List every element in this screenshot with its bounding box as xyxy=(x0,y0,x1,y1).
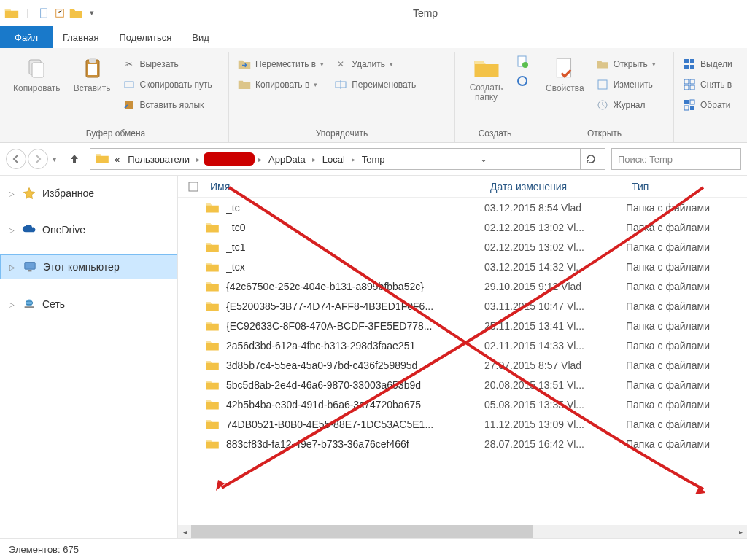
header-date[interactable]: Дата изменения xyxy=(484,181,626,192)
table-row[interactable]: {42c6750e-252c-404e-b131-a899bfbba52c}29… xyxy=(178,276,747,296)
back-button[interactable] xyxy=(6,149,26,169)
file-date: 11.12.2015 13:09 Vl... xyxy=(484,419,626,430)
invert-label: Обрати xyxy=(700,100,731,110)
search-input[interactable]: Поиск: Temp xyxy=(611,148,741,170)
file-type: Папка с файлами xyxy=(626,241,747,253)
new-item-icon[interactable] xyxy=(516,54,529,70)
table-row[interactable]: _tc102.12.2015 13:02 Vl...Папка с файлам… xyxy=(178,237,747,257)
breadcrumb[interactable]: « Пользователи ▸ ▸ AppData ▸ Local ▸ Tem… xyxy=(90,148,605,170)
scroll-right-icon[interactable]: ▸ xyxy=(734,525,747,538)
rename-button[interactable]: Переименовать xyxy=(331,76,419,93)
open-button[interactable]: Открыть ▾ xyxy=(593,55,659,73)
organize-group-label: Упорядочить xyxy=(235,126,449,142)
delete-button[interactable]: ✕ Удалить ▾ xyxy=(331,55,419,73)
svg-rect-27 xyxy=(690,100,694,104)
new-group-label: Создать xyxy=(461,126,529,142)
tab-home[interactable]: Главная xyxy=(53,26,109,48)
table-row[interactable]: 3d85b7c4-55ea-45a0-97bd-c436f259895d27.0… xyxy=(178,355,747,375)
easy-access-icon[interactable] xyxy=(516,73,529,89)
move-to-label: Переместить в xyxy=(255,59,316,69)
copy-button[interactable]: Копировать xyxy=(9,52,65,126)
forward-button[interactable] xyxy=(28,149,48,169)
bc-root[interactable]: « xyxy=(112,152,123,166)
chevron-right-icon: ▸ xyxy=(195,155,201,163)
folder-icon xyxy=(204,397,220,412)
up-button[interactable] xyxy=(65,149,84,168)
sidebar-item-label: OneDrive xyxy=(42,224,85,236)
chevron-down-icon: ▾ xyxy=(652,61,656,68)
svg-rect-34 xyxy=(189,182,198,191)
paste-icon xyxy=(79,55,105,82)
table-row[interactable]: 42b5b4ba-e30d-491d-b6a6-3c74720ba67505.0… xyxy=(178,394,747,414)
table-row[interactable]: 2a56d3bd-612a-4fbc-b313-298d3faae25102.1… xyxy=(178,335,747,355)
paste-button[interactable]: Вставить xyxy=(69,52,115,126)
refresh-button[interactable] xyxy=(580,149,600,169)
table-row[interactable]: 883cf83d-fa12-49e7-b733-36a76cef466f28.0… xyxy=(178,434,747,454)
svg-point-31 xyxy=(26,300,33,307)
cut-label: Вырезать xyxy=(140,59,179,69)
move-to-button[interactable]: Переместить в ▾ xyxy=(235,55,327,73)
recent-dropdown-icon[interactable]: ▾ xyxy=(50,155,59,163)
folder-quick-icon[interactable] xyxy=(69,6,83,20)
sidebar-item-this-pc[interactable]: ▷ Этот компьютер xyxy=(0,254,177,279)
svg-rect-17 xyxy=(684,59,689,63)
table-row[interactable]: 74DB0521-B0B0-4E55-88E7-1DC53AC5E1...11.… xyxy=(178,414,747,434)
horizontal-scrollbar[interactable]: ◂ ▸ xyxy=(178,525,747,538)
new-doc-icon[interactable] xyxy=(36,6,51,20)
svg-rect-26 xyxy=(690,106,694,110)
svg-point-12 xyxy=(522,62,528,68)
edit-button[interactable]: Изменить xyxy=(593,76,659,93)
svg-rect-15 xyxy=(598,80,607,89)
edit-icon xyxy=(596,78,609,91)
select-all-button[interactable]: Выдели xyxy=(680,55,735,73)
properties-quick-icon[interactable] xyxy=(53,6,67,20)
copy-to-button[interactable]: Копировать в ▾ xyxy=(235,76,327,93)
bc-users[interactable]: Пользователи xyxy=(125,152,193,166)
select-group-label xyxy=(680,136,738,142)
file-type: Папка с файлами xyxy=(626,320,747,332)
tab-file[interactable]: Файл xyxy=(0,26,53,48)
invert-selection-button[interactable]: Обрати xyxy=(680,96,735,114)
clipboard-group-label: Буфер обмена xyxy=(9,126,222,142)
bc-local[interactable]: Local xyxy=(320,152,348,166)
tab-view[interactable]: Вид xyxy=(182,26,220,48)
svg-rect-7 xyxy=(125,82,133,88)
sidebar-item-onedrive[interactable]: ▷ OneDrive xyxy=(0,218,177,241)
svg-rect-24 xyxy=(690,85,694,90)
sidebar-item-network[interactable]: ▷ Сеть xyxy=(0,292,177,316)
history-button[interactable]: Журнал xyxy=(593,96,659,114)
tab-share[interactable]: Поделиться xyxy=(109,26,182,48)
scissors-icon: ✂ xyxy=(123,58,136,71)
sidebar: ▷ Избранное ▷ OneDrive ▷ Этот компьютер … xyxy=(0,176,178,538)
rename-label: Переименовать xyxy=(352,79,416,90)
sidebar-item-label: Избранное xyxy=(42,187,94,199)
copy-icon xyxy=(23,55,50,82)
select-none-button[interactable]: Снять в xyxy=(680,76,735,93)
svg-rect-3 xyxy=(32,63,44,77)
table-row[interactable]: {E5200385-3B77-4D74-AFF8-4B3ED1F0F6...03… xyxy=(178,296,747,316)
copy-path-button[interactable]: Скопировать путь xyxy=(120,76,215,93)
table-row[interactable]: _tc03.12.2015 8:54 VladПапка с файлами xyxy=(178,198,747,217)
paste-shortcut-button[interactable]: Вставить ярлык xyxy=(120,96,215,114)
bc-dropdown-icon[interactable]: ⌄ xyxy=(476,154,492,164)
bc-appdata[interactable]: AppData xyxy=(266,152,309,166)
table-row[interactable]: {EC92633C-8F08-470A-BCDF-3FE5ED778...25.… xyxy=(178,316,747,335)
table-row[interactable]: _tc002.12.2015 13:02 Vl...Папка с файлам… xyxy=(178,217,747,237)
bc-temp[interactable]: Temp xyxy=(359,152,388,166)
sidebar-item-favorites[interactable]: ▷ Избранное xyxy=(0,182,177,205)
new-folder-label: Создать папку xyxy=(465,83,507,102)
folder-icon xyxy=(204,358,220,373)
header-type[interactable]: Тип xyxy=(626,181,747,192)
properties-button[interactable]: Свойства xyxy=(541,52,589,126)
header-name[interactable]: Имя xyxy=(204,181,484,192)
sidebar-item-label: Сеть xyxy=(42,298,65,310)
new-folder-button[interactable]: Создать папку xyxy=(461,52,511,126)
scroll-left-icon[interactable]: ◂ xyxy=(178,525,191,538)
select-all-checkbox[interactable] xyxy=(182,182,204,192)
file-name: 2a56d3bd-612a-4fbc-b313-298d3faae251 xyxy=(226,340,484,351)
chevron-right-icon: ▷ xyxy=(9,263,17,271)
table-row[interactable]: _tcx03.12.2015 14:32 Vl...Папка с файлам… xyxy=(178,257,747,276)
cut-button[interactable]: ✂ Вырезать xyxy=(120,55,215,73)
table-row[interactable]: 5bc5d8ab-2e4d-46a6-9870-33003a653b9d20.0… xyxy=(178,375,747,394)
qat-dropdown-icon[interactable]: ▾ xyxy=(85,6,99,20)
